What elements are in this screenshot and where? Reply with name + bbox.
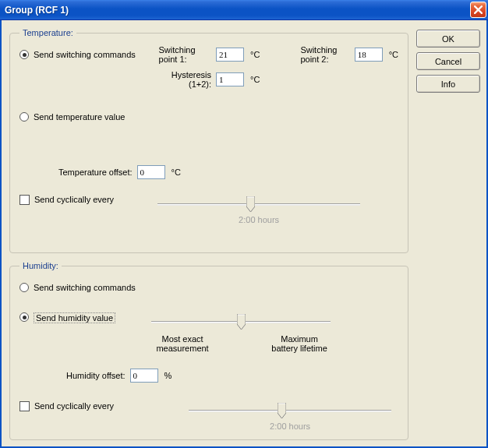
hyst-unit: °C	[250, 75, 260, 84]
temperature-radio-value-label: Send temperature value	[34, 112, 125, 122]
humidity-legend: Humidity:	[19, 261, 62, 270]
slider-track	[189, 410, 391, 412]
temperature-radio-switching-label: Send switching commands	[34, 50, 136, 59]
temp-cyclic-checkbox[interactable]	[19, 195, 30, 205]
temperature-group: Temperature: Send switching commands Swi…	[9, 28, 408, 253]
temp-cyclic-label: Send cyclically every	[34, 195, 114, 204]
close-icon	[474, 5, 483, 14]
hum-cyclic-checkbox[interactable]	[19, 401, 30, 411]
temp-cyclic-slider[interactable]	[157, 195, 360, 213]
humidity-radio-value[interactable]	[19, 312, 29, 322]
temp-cyclic-caption: 2:00 hours	[157, 215, 360, 224]
hyst-label: Hysteresis (1+2):	[159, 70, 212, 89]
window-title: Group (RCF 1)	[5, 5, 470, 16]
humidity-radio-switching-label: Send switching commands	[34, 283, 136, 292]
hum-cyclic-caption: 2:00 hours	[189, 422, 391, 431]
humidity-quality-slider[interactable]	[151, 312, 331, 331]
humidity-slider-labels: Most exact measurement Maximum battery l…	[151, 334, 331, 353]
titlebar[interactable]: Group (RCF 1)	[0, 0, 488, 20]
humidity-slider-left-label: Most exact measurement	[151, 334, 214, 353]
close-button[interactable]	[470, 2, 486, 18]
sp1-input[interactable]	[216, 48, 244, 62]
temperature-radio-switching[interactable]	[19, 50, 29, 59]
humidity-radio-switching[interactable]	[19, 283, 29, 292]
temp-offset-unit: °C	[172, 168, 181, 177]
ok-button[interactable]: OK	[416, 30, 480, 48]
slider-thumb[interactable]	[237, 314, 246, 330]
sp2-label: Switching point 2:	[300, 45, 349, 64]
slider-thumb[interactable]	[278, 403, 286, 418]
sp1-label: Switching point 1:	[159, 45, 212, 64]
humidity-radio-value-label: Send humidity value	[34, 312, 115, 323]
humidity-slider-right-label: Maximum battery lifetime	[268, 334, 331, 353]
hum-offset-input[interactable]	[130, 369, 158, 383]
client-area: Temperature: Send switching commands Swi…	[0, 20, 488, 448]
hum-cyclic-slider[interactable]	[189, 401, 391, 420]
hum-offset-label: Humidity offset:	[66, 371, 126, 380]
sp1-unit: °C	[250, 50, 260, 59]
cancel-button[interactable]: Cancel	[416, 52, 480, 70]
sp2-input[interactable]	[355, 48, 383, 62]
temp-offset-input[interactable]	[137, 165, 165, 179]
slider-thumb[interactable]	[246, 196, 255, 212]
sp2-unit: °C	[389, 50, 398, 59]
temperature-legend: Temperature:	[19, 28, 76, 37]
hum-cyclic-label: Send cyclically every	[34, 401, 114, 411]
hyst-input[interactable]	[216, 72, 244, 86]
temperature-radio-value[interactable]	[19, 112, 29, 122]
temp-offset-label: Temperature offset:	[58, 168, 133, 177]
slider-track	[157, 203, 360, 206]
hum-offset-unit: %	[164, 371, 172, 380]
info-button[interactable]: Info	[416, 75, 480, 93]
button-column: OK Cancel Info	[416, 28, 480, 440]
humidity-group: Humidity: Send switching commands Send h…	[9, 261, 408, 440]
